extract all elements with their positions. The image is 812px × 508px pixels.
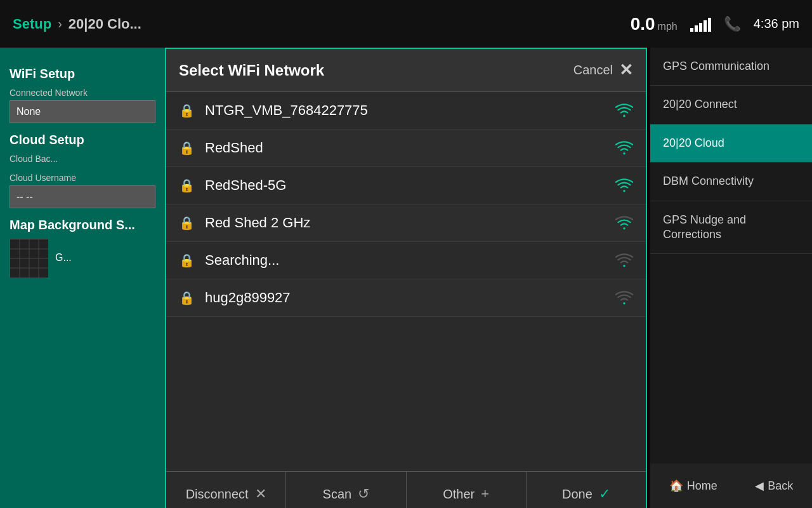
svg-point-11 bbox=[623, 265, 625, 267]
network-name: Searching... bbox=[205, 252, 615, 269]
scan-button[interactable]: Scan ↺ bbox=[286, 472, 406, 508]
lock-icon: 🔒 bbox=[179, 290, 195, 305]
speed-unit: mph bbox=[658, 21, 678, 32]
svg-point-10 bbox=[623, 227, 625, 230]
lock-icon: 🔒 bbox=[179, 253, 195, 268]
clock: 4:36 pm bbox=[754, 17, 799, 31]
home-icon: 🏠 bbox=[669, 479, 683, 493]
bottom-nav: 🏠 Home ◀ Back bbox=[650, 464, 812, 508]
bar1 bbox=[690, 28, 693, 32]
back-icon: ◀ bbox=[755, 479, 764, 493]
disconnect-icon: ✕ bbox=[255, 486, 266, 502]
lock-icon: 🔒 bbox=[179, 103, 195, 118]
speed-value: 0.0 bbox=[631, 14, 655, 34]
disconnect-button[interactable]: Disconnect ✕ bbox=[166, 472, 286, 508]
sidebar-item-2020-cloud[interactable]: 20|20 Cloud bbox=[650, 124, 812, 163]
sidebar-item-2020-connect[interactable]: 20|20 Connect bbox=[650, 86, 812, 124]
network-name: RedShed-5G bbox=[205, 177, 615, 194]
connected-network-label: Connected Network bbox=[10, 88, 155, 98]
sidebar-item-gps-nudge[interactable]: GPS Nudge and Corrections bbox=[650, 201, 812, 255]
disconnect-label: Disconnect bbox=[186, 487, 249, 502]
cancel-label: Cancel bbox=[573, 63, 613, 77]
close-icon: ✕ bbox=[619, 60, 633, 80]
svg-point-7 bbox=[623, 115, 625, 117]
wifi-medium-icon bbox=[615, 178, 633, 193]
network-item[interactable]: 🔒 hug2g899927 bbox=[166, 279, 646, 317]
right-sidebar: GPS Communication 20|20 Connect 20|20 Cl… bbox=[650, 48, 812, 508]
cancel-button[interactable]: Cancel ✕ bbox=[573, 60, 633, 80]
bar2 bbox=[695, 25, 698, 32]
breadcrumb-page: 20|20 Clo... bbox=[69, 16, 141, 32]
network-name: Red Shed 2 GHz bbox=[205, 215, 615, 231]
other-label: Other bbox=[443, 487, 475, 502]
topbar-right: 0.0 mph 📞 4:36 pm bbox=[631, 14, 799, 34]
sidebar-item-gps-comm[interactable]: GPS Communication bbox=[650, 48, 812, 86]
cloud-section-title: Cloud Setup bbox=[10, 133, 155, 147]
network-item[interactable]: 🔒 Red Shed 2 GHz bbox=[166, 204, 646, 242]
scan-icon: ↺ bbox=[358, 486, 369, 502]
signal-bars bbox=[690, 17, 711, 32]
done-button[interactable]: Done ✓ bbox=[527, 472, 646, 508]
network-name: hug2g899927 bbox=[205, 290, 615, 306]
phone-icon: 📞 bbox=[724, 16, 741, 32]
bar5 bbox=[708, 18, 711, 32]
lock-icon: 🔒 bbox=[179, 178, 195, 193]
cloud-backup-label: Cloud Bac... bbox=[10, 154, 155, 164]
lock-icon: 🔒 bbox=[179, 140, 195, 156]
connected-network-value: None bbox=[10, 100, 155, 123]
bar4 bbox=[704, 20, 707, 32]
network-name: NTGR_VMB_7684227775 bbox=[205, 102, 615, 119]
breadcrumb-setup[interactable]: Setup bbox=[13, 16, 51, 32]
cloud-username-value: -- -- bbox=[10, 185, 155, 208]
svg-point-9 bbox=[623, 190, 625, 192]
network-item[interactable]: 🔒 Searching... bbox=[166, 242, 646, 279]
breadcrumb-arrow: › bbox=[58, 17, 62, 31]
network-item[interactable]: 🔒 RedShed-5G bbox=[166, 167, 646, 204]
network-list: 🔒 NTGR_VMB_7684227775 🔒 RedShed � bbox=[166, 92, 646, 471]
bar3 bbox=[699, 23, 702, 32]
other-button[interactable]: Other + bbox=[407, 472, 527, 508]
dialog-title: Select WiFi Network bbox=[179, 62, 324, 79]
lock-icon: 🔒 bbox=[179, 215, 195, 231]
wifi-dialog: Select WiFi Network Cancel ✕ 🔒 NTGR_VMB_… bbox=[165, 48, 647, 508]
scan-label: Scan bbox=[323, 487, 352, 502]
svg-point-12 bbox=[623, 302, 625, 305]
other-icon: + bbox=[481, 486, 489, 502]
wifi-medium-weak-icon bbox=[615, 215, 633, 231]
wifi-strong-icon bbox=[615, 103, 633, 118]
network-name: RedShed bbox=[205, 140, 615, 156]
network-item[interactable]: 🔒 RedShed bbox=[166, 130, 646, 167]
left-panel: WiFi Setup Connected Network None Cloud … bbox=[0, 48, 165, 508]
map-thumbnail bbox=[10, 239, 48, 277]
speed-display: 0.0 mph bbox=[631, 14, 678, 34]
done-label: Done bbox=[562, 487, 593, 502]
dialog-header: Select WiFi Network Cancel ✕ bbox=[166, 49, 646, 92]
svg-point-8 bbox=[623, 152, 625, 155]
breadcrumb: Setup › 20|20 Clo... bbox=[13, 16, 141, 32]
wifi-section-title: WiFi Setup bbox=[10, 67, 155, 81]
network-item[interactable]: 🔒 NTGR_VMB_7684227775 bbox=[166, 92, 646, 130]
sidebar-item-dbm-conn[interactable]: DBM Connectivity bbox=[650, 163, 812, 201]
wifi-weak-icon bbox=[615, 253, 633, 268]
wifi-medium-icon bbox=[615, 140, 633, 156]
map-bg-g-label: G... bbox=[55, 252, 72, 264]
home-button[interactable]: 🏠 Home bbox=[669, 479, 717, 493]
wifi-weak-icon bbox=[615, 290, 633, 305]
back-button[interactable]: ◀ Back bbox=[755, 479, 793, 493]
done-icon: ✓ bbox=[599, 486, 610, 502]
cloud-username-label: Cloud Username bbox=[10, 173, 155, 183]
topbar: Setup › 20|20 Clo... 0.0 mph 📞 4:36 pm bbox=[0, 0, 812, 48]
map-bg-label: Map Background S... bbox=[10, 218, 155, 232]
dialog-footer: Disconnect ✕ Scan ↺ Other + Done ✓ bbox=[166, 471, 646, 508]
